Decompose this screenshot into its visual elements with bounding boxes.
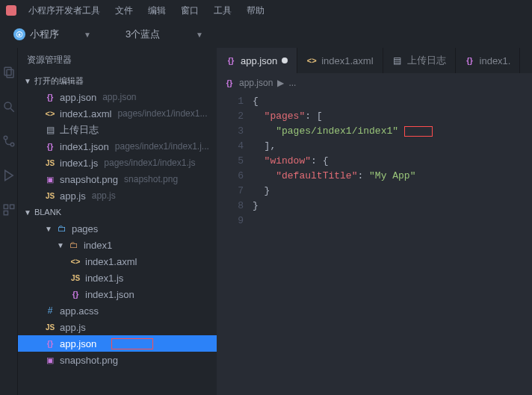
json-icon: {} — [45, 142, 55, 151]
menu-tools[interactable]: 工具 — [208, 3, 238, 19]
activity-bar — [0, 48, 18, 395]
file-item[interactable]: JSapp.js — [18, 319, 217, 335]
axml-icon: <> — [45, 109, 55, 118]
open-editor-item[interactable]: ▣snapshot.pngsnapshot.png — [18, 171, 217, 187]
platform-label: 小程序 — [30, 28, 59, 41]
code-body[interactable]: { "pages": [ "pages/index1/index1" ], "w… — [253, 94, 532, 395]
platform-icon: ⦿ — [13, 28, 25, 40]
folder-icon: 🗀 — [69, 240, 79, 250]
tab-index1-json[interactable]: {}index1. — [456, 48, 521, 73]
open-editor-item[interactable]: JSindex1.jspages/index1/index1.js — [18, 155, 217, 171]
js-icon: JS — [45, 323, 55, 332]
open-editor-item[interactable]: {}index1.jsonpages/index1/index1.j... — [18, 138, 217, 155]
svg-point-2 — [4, 102, 11, 109]
file-item-selected[interactable]: {}app.json — [18, 335, 217, 352]
line-gutter: 1 2 3 4 5 6 7 8 9 — [217, 94, 253, 395]
tab-app-json[interactable]: {}app.json — [217, 48, 297, 73]
app-logo-icon — [6, 5, 16, 16]
project-header[interactable]: ▼ BLANK — [18, 204, 217, 220]
titlebar: 小程序开发者工具 文件 编辑 窗口 工具 帮助 — [0, 0, 532, 21]
svg-point-4 — [4, 136, 7, 140]
open-editor-item[interactable]: <>index1.axmlpages/index1/index1... — [18, 105, 217, 122]
editor-pane: {}app.json <>index1.axml ▤上传日志 {}index1.… — [217, 48, 532, 395]
file-item[interactable]: <>index1.axml — [18, 253, 217, 270]
debug-icon[interactable] — [2, 169, 16, 182]
svg-marker-6 — [4, 170, 13, 181]
json-icon: {} — [465, 56, 475, 65]
open-editors-label: 打开的编辑器 — [34, 75, 84, 87]
document-icon: ▤ — [45, 125, 55, 135]
editor-tabs: {}app.json <>index1.axml ▤上传日志 {}index1. — [217, 48, 532, 73]
search-icon[interactable] — [2, 100, 16, 113]
folder-pages[interactable]: ▼🗀pages — [18, 220, 217, 237]
image-icon: ▣ — [45, 175, 55, 184]
json-icon: {} — [45, 339, 55, 348]
breadcrumb-more: ... — [288, 78, 296, 88]
extensions-icon[interactable] — [2, 203, 16, 217]
file-item[interactable]: {}index1.json — [18, 286, 217, 302]
svg-line-3 — [10, 108, 14, 112]
explorer-sidebar: 资源管理器 ▼ 打开的编辑器 {}app.jsonapp.json <>inde… — [18, 48, 217, 395]
open-editor-item[interactable]: JSapp.jsapp.js — [18, 187, 217, 204]
highlight-box — [111, 338, 153, 349]
file-item[interactable]: ▣snapshot.png — [18, 352, 217, 368]
highlight-box — [404, 126, 433, 137]
axml-icon: <> — [306, 56, 317, 65]
chevron-down-icon: ▼ — [24, 208, 31, 217]
svg-rect-0 — [4, 67, 11, 75]
menu-window[interactable]: 窗口 — [175, 3, 205, 19]
json-icon: {} — [70, 290, 81, 299]
chevron-down-icon: ▼ — [196, 31, 203, 39]
breadcrumb-sep: ▶ — [277, 78, 284, 88]
axml-icon: <> — [70, 257, 81, 266]
tab-upload-log[interactable]: ▤上传日志 — [383, 48, 456, 73]
menu-edit[interactable]: 编辑 — [142, 3, 172, 19]
json-icon: {} — [224, 78, 235, 87]
main-area: 资源管理器 ▼ 打开的编辑器 {}app.jsonapp.json <>inde… — [0, 48, 532, 395]
project-name: BLANK — [34, 208, 61, 217]
toolbar: ⦿ 小程序 ▼ 3个蓝点 ▼ — [0, 21, 532, 48]
device-label: 3个蓝点 — [126, 28, 160, 41]
file-item[interactable]: JSindex1.js — [18, 270, 217, 286]
app-name: 小程序开发者工具 — [22, 3, 106, 19]
menu-help[interactable]: 帮助 — [241, 3, 270, 19]
source-control-icon[interactable] — [2, 134, 16, 148]
modified-dot-icon — [282, 57, 288, 63]
menu-file[interactable]: 文件 — [109, 3, 139, 19]
explorer-icon[interactable] — [2, 66, 16, 79]
folder-index1[interactable]: ▼🗀index1 — [18, 237, 217, 253]
chevron-down-icon: ▼ — [84, 31, 91, 39]
chevron-down-icon: ▼ — [24, 77, 31, 85]
chevron-down-icon: ▼ — [57, 241, 64, 249]
svg-rect-9 — [4, 211, 7, 215]
svg-rect-7 — [4, 205, 7, 208]
file-item[interactable]: #app.acss — [18, 302, 217, 319]
image-icon: ▣ — [45, 355, 55, 365]
open-editors-header[interactable]: ▼ 打开的编辑器 — [18, 72, 217, 89]
js-icon: JS — [45, 159, 55, 167]
svg-point-5 — [10, 143, 14, 146]
folder-icon: 🗀 — [57, 223, 67, 234]
open-editor-item[interactable]: ▤上传日志 — [18, 122, 217, 138]
device-selector[interactable]: 3个蓝点 ▼ — [120, 25, 209, 44]
breadcrumb-label: app.json — [239, 78, 273, 88]
acss-icon: # — [45, 305, 55, 316]
code-editor[interactable]: 1 2 3 4 5 6 7 8 9 { "pages": [ "pages/in… — [217, 93, 532, 395]
breadcrumb[interactable]: {} app.json ▶ ... — [217, 73, 532, 93]
chevron-down-icon: ▼ — [45, 225, 52, 233]
sidebar-title: 资源管理器 — [18, 48, 217, 72]
tab-index1-axml[interactable]: <>index1.axml — [297, 48, 383, 73]
document-icon: ▤ — [392, 55, 403, 66]
js-icon: JS — [70, 274, 81, 282]
open-editor-item[interactable]: {}app.jsonapp.json — [18, 89, 217, 105]
platform-selector[interactable]: ⦿ 小程序 ▼ — [7, 25, 97, 44]
js-icon: JS — [45, 192, 55, 200]
json-icon: {} — [226, 56, 236, 65]
json-icon: {} — [45, 93, 55, 102]
svg-rect-8 — [10, 205, 13, 208]
svg-rect-1 — [7, 69, 13, 78]
